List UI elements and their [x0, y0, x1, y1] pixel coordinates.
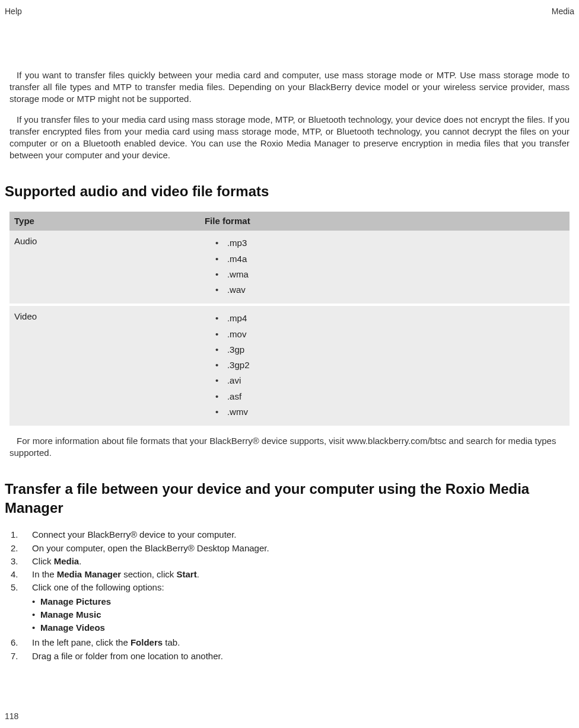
transfer-steps: Connect your BlackBerry® device to your … — [9, 528, 570, 663]
table-row: Video .mp4 .mov .3gp .3gp2 .avi .asf .wm… — [9, 305, 570, 426]
header-right: Media — [552, 6, 574, 17]
formats-note: For more information about file formats … — [9, 435, 570, 459]
list-item: .mp3 — [215, 235, 565, 251]
step-7: Drag a file or folder from one location … — [9, 650, 570, 663]
table-row: Audio .mp3 .m4a .wma .wav — [9, 231, 570, 305]
cell-type-video: Video — [9, 305, 200, 426]
formats-th-type: Type — [9, 212, 200, 231]
formats-table: Type File format Audio .mp3 .m4a .wma .w… — [9, 212, 570, 426]
transfer-heading: Transfer a file between your device and … — [5, 480, 570, 518]
step-6: In the left pane, click the Folders tab. — [9, 636, 570, 649]
list-item: .3gp2 — [215, 357, 565, 373]
list-item: .asf — [215, 389, 565, 404]
sub-option: Manage Music — [32, 608, 570, 621]
cell-formats-video: .mp4 .mov .3gp .3gp2 .avi .asf .wmv — [200, 305, 570, 426]
step-4: In the Media Manager section, click Star… — [9, 568, 570, 581]
formats-th-format: File format — [200, 212, 570, 231]
formats-heading: Supported audio and video file formats — [5, 182, 570, 201]
list-item: .m4a — [215, 251, 565, 267]
list-item: .3gp — [215, 342, 565, 357]
step-2: On your computer, open the BlackBerry® D… — [9, 542, 570, 555]
cell-formats-audio: .mp3 .m4a .wma .wav — [200, 231, 570, 305]
intro-paragraph-1: If you want to transfer files quickly be… — [9, 69, 570, 106]
sub-option: Manage Videos — [32, 621, 570, 634]
list-item: .avi — [215, 373, 565, 388]
page-header: Help Media — [5, 6, 574, 17]
sub-option: Manage Pictures — [32, 595, 570, 608]
list-item: .wav — [215, 282, 565, 298]
list-item: .wmv — [215, 404, 565, 420]
header-left: Help — [5, 6, 22, 17]
list-item: .mp4 — [215, 311, 565, 326]
list-item: .mov — [215, 327, 565, 342]
step-3: Click Media. — [9, 555, 570, 568]
page-number: 118 — [5, 711, 18, 722]
step-5: Click one of the following options: Mana… — [9, 581, 570, 636]
list-item: .wma — [215, 267, 565, 282]
intro-paragraph-2: If you transfer files to your media card… — [9, 114, 570, 162]
step-1: Connect your BlackBerry® device to your … — [9, 528, 570, 541]
cell-type-audio: Audio — [9, 231, 200, 305]
